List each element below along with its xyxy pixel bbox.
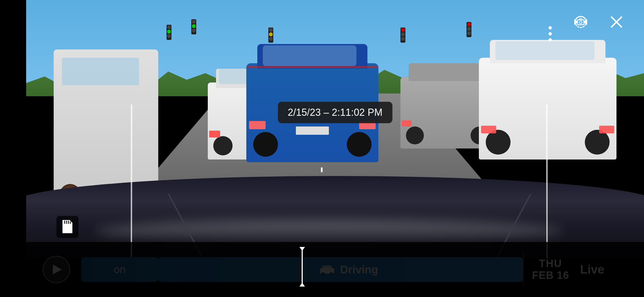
dot-1 xyxy=(549,26,552,29)
close-button[interactable] xyxy=(605,11,627,33)
traffic-light-5 xyxy=(466,22,471,37)
traffic-light-3 xyxy=(268,28,273,43)
dot-3 xyxy=(549,38,552,42)
bottom-overlay xyxy=(26,242,644,297)
sd-card-icon xyxy=(56,216,78,238)
flip-camera-button[interactable] xyxy=(570,11,592,33)
svg-rect-9 xyxy=(70,221,71,224)
hood-highlight xyxy=(95,220,563,242)
traffic-light-4 xyxy=(400,28,405,43)
top-controls xyxy=(570,11,627,33)
timestamp-tooltip: 2/15/23 – 2:11:02 PM xyxy=(278,102,392,123)
vehicle-white-suv xyxy=(479,58,616,160)
dot-2 xyxy=(549,32,552,35)
more-options-button[interactable] xyxy=(544,22,556,46)
svg-point-3 xyxy=(579,21,582,24)
scrubber-needle[interactable] xyxy=(302,250,303,283)
traffic-light-1 xyxy=(167,25,171,40)
app-container: 2/15/23 – 2:11:02 PM on xyxy=(0,0,644,297)
svg-rect-7 xyxy=(66,221,67,224)
svg-rect-2 xyxy=(577,20,584,25)
left-bar xyxy=(0,0,26,297)
svg-rect-6 xyxy=(64,221,65,224)
svg-rect-8 xyxy=(68,221,69,224)
video-area: 2/15/23 – 2:11:02 PM on xyxy=(26,0,644,297)
traffic-light-2 xyxy=(191,19,196,34)
timestamp-text: 2/15/23 – 2:11:02 PM xyxy=(288,107,382,118)
